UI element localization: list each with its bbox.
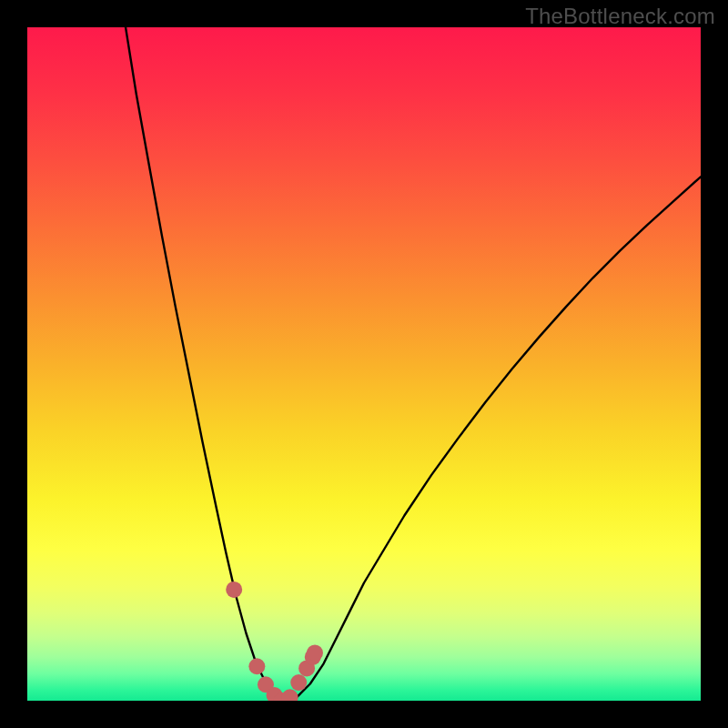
curve-marker <box>282 689 298 701</box>
curve-marker <box>226 581 242 598</box>
marker-group <box>226 581 323 701</box>
curve-marker <box>307 644 323 661</box>
curve-marker <box>248 658 265 674</box>
watermark-text: TheBottleneck.com <box>525 4 715 29</box>
curve-layer <box>27 27 701 701</box>
bottleneck-curve <box>126 27 701 701</box>
plot-area <box>27 27 701 701</box>
curve-marker <box>290 674 307 691</box>
